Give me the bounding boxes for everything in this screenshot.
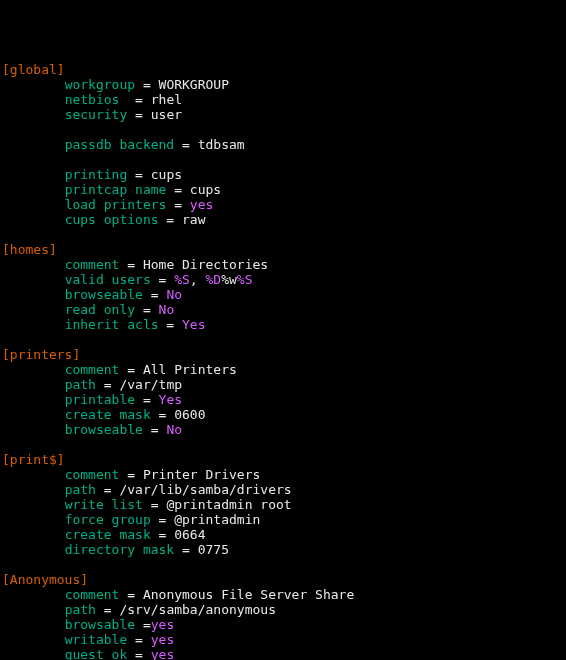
equals-sign: =	[119, 92, 150, 107]
config-key: write list	[65, 497, 143, 512]
config-key: guest ok	[65, 647, 128, 660]
config-line: passdb backend = tdbsam	[2, 137, 564, 152]
config-value: 0600	[174, 407, 205, 422]
config-keyword: Yes	[182, 317, 205, 332]
config-line: read only = No	[2, 302, 564, 317]
config-keyword: No	[166, 422, 182, 437]
config-value: Home Directories	[143, 257, 268, 272]
config-value: WORKGROUP	[159, 77, 229, 92]
section-header: [global]	[2, 62, 65, 77]
config-line: writable = yes	[2, 632, 564, 647]
config-value: Printer Drivers	[143, 467, 260, 482]
config-key: browseable	[65, 287, 143, 302]
config-value: /var/tmp	[119, 377, 182, 392]
config-value: All Printers	[143, 362, 237, 377]
config-line	[2, 152, 564, 167]
config-key: comment	[65, 587, 120, 602]
equals-sign: =	[151, 407, 174, 422]
config-line: browsable =yes	[2, 617, 564, 632]
config-key: create mask	[65, 527, 151, 542]
config-value: @printadmin	[174, 512, 260, 527]
section-header: [printers]	[2, 347, 80, 362]
config-line: path = /var/lib/samba/drivers	[2, 482, 564, 497]
equals-sign: =	[96, 377, 119, 392]
equals-sign: =	[96, 482, 119, 497]
equals-sign: =	[119, 587, 142, 602]
equals-sign: =	[166, 197, 189, 212]
config-token: ,	[190, 272, 206, 287]
config-line: [printers]	[2, 347, 564, 362]
config-key: security	[65, 107, 128, 122]
config-key: force group	[65, 512, 151, 527]
config-line: path = /srv/samba/anonymous	[2, 602, 564, 617]
equals-sign: =	[143, 497, 166, 512]
section-header: [Anonymous]	[2, 572, 88, 587]
section-header: [print$]	[2, 452, 65, 467]
equals-sign: =	[135, 77, 158, 92]
equals-sign: =	[127, 647, 150, 660]
config-key: create mask	[65, 407, 151, 422]
config-value: 0775	[198, 542, 229, 557]
equals-sign: =	[159, 317, 182, 332]
config-line: comment = All Printers	[2, 362, 564, 377]
config-keyword: yes	[151, 632, 174, 647]
config-key: cups options	[65, 212, 159, 227]
config-key: printing	[65, 167, 128, 182]
config-line: inherit acls = Yes	[2, 317, 564, 332]
config-key: browseable	[65, 422, 143, 437]
config-line: create mask = 0664	[2, 527, 564, 542]
config-line: valid users = %S, %D%w%S	[2, 272, 564, 287]
config-key: path	[65, 377, 96, 392]
config-line: browseable = No	[2, 422, 564, 437]
config-value: raw	[182, 212, 205, 227]
config-line	[2, 437, 564, 452]
config-key: inherit acls	[65, 317, 159, 332]
config-key: comment	[65, 362, 120, 377]
config-line: load printers = yes	[2, 197, 564, 212]
config-line: printcap name = cups	[2, 182, 564, 197]
config-key: printable	[65, 392, 135, 407]
config-value: /srv/samba/anonymous	[119, 602, 276, 617]
config-key: valid users	[65, 272, 151, 287]
equals-sign: =	[151, 512, 174, 527]
config-line: comment = Anonymous File Server Share	[2, 587, 564, 602]
equals-sign: =	[135, 617, 151, 632]
config-value: /var/lib/samba/drivers	[119, 482, 291, 497]
config-line: create mask = 0600	[2, 407, 564, 422]
config-value: 0664	[174, 527, 205, 542]
config-line: workgroup = WORKGROUP	[2, 77, 564, 92]
config-key: comment	[65, 257, 120, 272]
config-key: browsable	[65, 617, 135, 632]
config-token: %D	[206, 272, 222, 287]
equals-sign: =	[119, 467, 142, 482]
config-key: read only	[65, 302, 135, 317]
equals-sign: =	[174, 542, 197, 557]
config-key: path	[65, 482, 96, 497]
config-keyword: yes	[151, 647, 174, 660]
config-value: @printadmin root	[166, 497, 291, 512]
config-line	[2, 122, 564, 137]
config-keyword: No	[159, 302, 175, 317]
config-key: writable	[65, 632, 128, 647]
config-line: [homes]	[2, 242, 564, 257]
config-line: printing = cups	[2, 167, 564, 182]
config-token: %S	[174, 272, 190, 287]
config-value: cups	[190, 182, 221, 197]
config-key: printcap name	[65, 182, 167, 197]
equals-sign: =	[135, 302, 158, 317]
config-keyword: yes	[190, 197, 213, 212]
config-line	[2, 557, 564, 572]
equals-sign: =	[119, 257, 142, 272]
config-line: guest ok = yes	[2, 647, 564, 660]
config-keyword: yes	[151, 617, 174, 632]
config-value: Anonymous File Server Share	[143, 587, 354, 602]
config-line: comment = Home Directories	[2, 257, 564, 272]
vim-editor-buffer[interactable]: [global] workgroup = WORKGROUP netbios =…	[2, 62, 564, 660]
equals-sign: =	[119, 362, 142, 377]
config-line: comment = Printer Drivers	[2, 467, 564, 482]
config-line: cups options = raw	[2, 212, 564, 227]
equals-sign: =	[166, 182, 189, 197]
config-value: cups	[151, 167, 182, 182]
config-line	[2, 332, 564, 347]
config-line: [Anonymous]	[2, 572, 564, 587]
